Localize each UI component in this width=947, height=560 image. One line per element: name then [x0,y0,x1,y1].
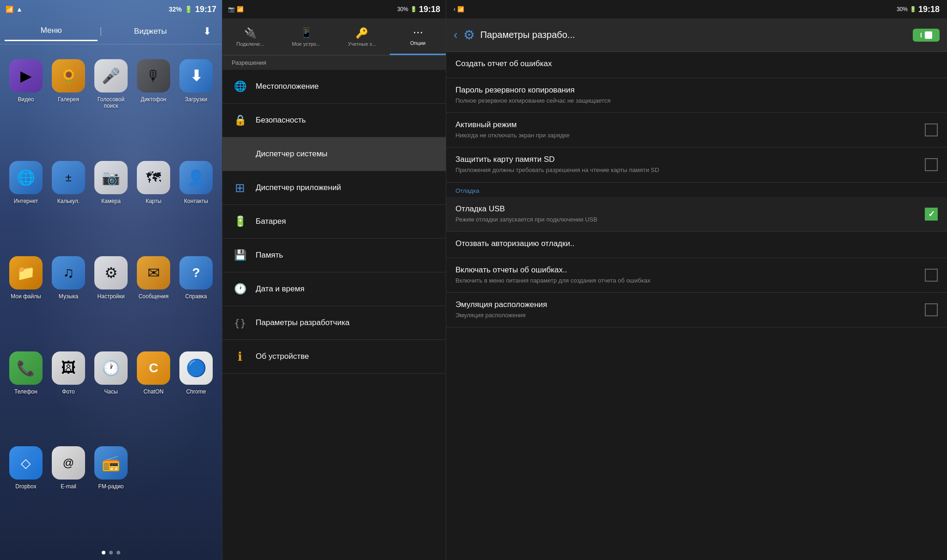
usbdebug-checkbox[interactable] [925,208,938,221]
app-email[interactable]: @ E-mail [47,441,90,536]
stayawake-checkbox[interactable] [925,123,938,136]
app-fmradio[interactable]: 📻 FM-радио [90,441,132,536]
battery-dev: 30% [897,6,908,12]
dev-item-mocklocation[interactable]: Эмуляция расположения Эмуляция расположе… [446,293,947,327]
dev-item-backuppassword[interactable]: Пароль резервного копирования Полное рез… [446,78,947,113]
powerbugreport-checkbox[interactable] [925,269,938,282]
dev-item-revokedebug[interactable]: Отозвать авторизацию отладки.. [446,232,947,258]
app-icon-email: @ [52,446,85,480]
developer-toggle[interactable]: I [913,29,940,42]
app-label-recorder: Диктофон [141,96,166,103]
location-label: Местоположение [256,82,319,91]
app-icon-photos: 🖼 [52,351,85,385]
app-icon-settings: ⚙ [94,256,128,289]
status-right-dev: 30% 🔋 19:18 [897,5,940,14]
settings-item-about[interactable]: ℹ Об устройстве [222,340,446,374]
tab-mydevice[interactable]: 📱 Мое устро... [278,18,334,55]
tab-widgets[interactable]: Виджеты [104,22,197,41]
home-tab-bar: Меню | Виджеты ⬇ [0,18,222,44]
options-icon: ⋯ [413,26,423,38]
settings-item-storage[interactable]: 💾 Память [222,239,446,272]
dot-1 [102,551,105,554]
status-bar-left: 📶 ▲ [6,6,23,13]
settings-item-battery[interactable]: 🔋 Батарея [222,205,446,239]
app-voice[interactable]: 🎤 Голосовой поиск [90,54,132,155]
app-icon-calc: ± [52,161,85,194]
app-messages[interactable]: ✉ Сообщения [132,251,175,346]
app-chaton[interactable]: C ChatON [132,346,175,441]
app-chrome[interactable]: 🔵 Chrome [175,346,217,441]
app-video[interactable]: ▶ Видео [5,54,47,155]
settings-section-permissions: Разрешения [222,55,446,70]
settings-item-location[interactable]: 🌐 Местоположение [222,70,446,104]
app-music[interactable]: ♫ Музыка [47,251,90,346]
time-settings: 19:18 [419,5,440,14]
app-dropbox[interactable]: ◇ Dropbox [5,441,47,536]
app-clock[interactable]: 🕐 Часы [90,346,132,441]
app-camera[interactable]: 📷 Камера [90,155,132,251]
tab-divider: | [98,26,104,37]
datetime-icon: 🕐 [232,281,248,297]
app-icon-phone: 📞 [9,351,43,385]
app-calc[interactable]: ± Калькул. [47,155,90,251]
tab-accounts-label: Учетные з... [348,41,376,47]
page-indicator [0,545,222,560]
settings-item-sysmanager[interactable]: Диспетчер системы [222,137,446,171]
app-contacts[interactable]: 👤 Контакты [175,155,217,251]
app-icon-video: ▶ [9,59,43,92]
status-right-settings: 30% 🔋 19:18 [397,5,440,14]
status-bar-right: 32% 🔋 19:17 [169,5,216,14]
app-help[interactable]: ? Справка [175,251,217,346]
battery-label: Батарея [256,217,286,226]
app-photos[interactable]: 🖼 Фото [47,346,90,441]
dev-item-protectsd[interactable]: Защитить карту памяти SD Приложения долж… [446,148,947,182]
back-arrow-status: ‹ [454,6,455,12]
dev-item-powerbugreport-title: Включать отчеты об ошибках.. [455,265,919,275]
protectsd-checkbox[interactable] [925,158,938,171]
status-bar-settings: 📷 📶 30% 🔋 19:18 [222,0,446,18]
tab-connections[interactable]: 🔌 Подключе... [222,18,278,55]
settings-item-developer[interactable]: {} Параметры разработчика [222,306,446,340]
app-label-photos: Фото [62,388,75,395]
dev-item-powerbugreport[interactable]: Включать отчеты об ошибках.. Включить в … [446,258,947,293]
dev-item-stayawake-title: Активный режим [455,120,919,129]
settings-item-security[interactable]: 🔒 Безопасность [222,104,446,137]
dot-3 [117,551,120,554]
dev-item-revokedebug-title: Отозвать авторизацию отладки.. [455,239,938,248]
app-icon-downloads: ⬇ [179,59,213,92]
app-icon-help: ? [179,256,213,289]
app-recorder[interactable]: 🎙 Диктофон [132,54,175,155]
dev-item-bugreport[interactable]: Создать отчет об ошибках [446,52,947,78]
download-icon[interactable]: ⬇ [197,21,217,42]
dev-item-usbdebug-title: Отладка USB [455,204,919,214]
settings-tab-bar: 🔌 Подключе... 📱 Мое устро... 🔑 Учетные з… [222,18,446,55]
time-dev: 19:18 [918,5,940,14]
dev-item-usbdebug[interactable]: Отладка USB Режим отладки запускается пр… [446,197,947,232]
app-internet[interactable]: 🌐 Интернет [5,155,47,251]
toggle-label: I [920,31,922,39]
developer-options-panel: ‹ 📶 30% 🔋 19:18 ‹ ⚙ Параметры разрабо...… [446,0,947,560]
dev-section-debug: Отладка [446,183,947,197]
app-gallery[interactable]: 🌻 Галерея [47,54,90,155]
back-button[interactable]: ‹ [454,28,458,42]
datetime-label: Дата и время [256,284,304,294]
settings-item-datetime[interactable]: 🕐 Дата и время [222,272,446,306]
settings-item-appmanager[interactable]: ⊞ Диспетчер приложений [222,171,446,205]
app-label-settings: Настройки [98,293,125,300]
security-icon: 🔒 [232,112,248,129]
tab-options[interactable]: ⋯ Опции [390,18,446,55]
app-icon-internet: 🌐 [9,161,43,194]
app-phone[interactable]: 📞 Телефон [5,346,47,441]
tab-menu[interactable]: Меню [5,21,98,41]
tab-accounts[interactable]: 🔑 Учетные з... [334,18,390,55]
app-myfiles[interactable]: 📁 Мои файлы [5,251,47,346]
toggle-indicator [925,31,932,39]
app-downloads[interactable]: ⬇ Загрузки [175,54,217,155]
app-icon-gallery: 🌻 [52,59,85,92]
dev-item-stayawake[interactable]: Активный режим Никогда не отключать экра… [446,113,947,148]
app-settings[interactable]: ⚙ Настройки [90,251,132,346]
mocklocation-checkbox[interactable] [925,303,938,316]
app-maps[interactable]: 🗺 Карты [132,155,175,251]
developer-label: Параметры разработчика [256,318,350,327]
app-icon-myfiles: 📁 [9,256,43,289]
